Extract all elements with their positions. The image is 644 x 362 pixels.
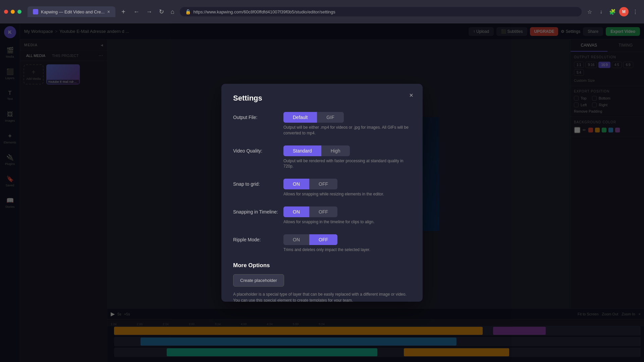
snapping-timeline-desc: Allows for snapping in the timeline for … [283,219,411,225]
nav-forward-btn[interactable]: → [144,7,154,17]
address-text: https://www.kapwing.com/60c8f00ffdfd4100… [194,9,335,14]
browser-chrome: Kapwing — Edit Video and Cre... × + ← → … [0,0,644,23]
lock-icon: 🔒 [185,9,191,14]
video-quality-desc: Output will be rendered with faster proc… [283,158,411,170]
output-file-label: Output File: [233,112,283,120]
settings-modal-title: Settings [233,94,411,103]
snapping-timeline-row: Snapping in Timeline: ON OFF Allows for … [233,206,411,225]
snapping-timeline-btn-group: ON OFF [283,206,411,217]
browser-tab[interactable]: Kapwing — Edit Video and Cre... × [28,6,115,17]
more-options-title: More Options [233,262,411,269]
ripple-mode-btn-group: ON OFF [283,234,411,245]
address-bar[interactable]: 🔒 https://www.kapwing.com/60c8f00ffdfd41… [180,7,582,16]
snapping-timeline-control: ON OFF Allows for snapping in the timeli… [283,206,411,225]
video-quality-control: Standard High Output will be rendered wi… [283,145,411,170]
tab-close-btn[interactable]: × [107,9,110,14]
video-quality-btn-group: Standard High [283,145,411,156]
window-minimize-btn[interactable] [11,10,15,14]
snapping-timeline-label: Snapping in Timeline: [233,206,283,215]
browser-action-buttons: ☆ ↓ 🧩 M ⋮ [585,7,640,16]
output-file-btn-group: Default GIF [283,112,411,123]
video-quality-label: Video Quality: [233,145,283,154]
user-avatar[interactable]: M [619,7,629,16]
nav-back-btn[interactable]: ← [131,7,142,17]
output-file-desc: Output will be either .mp4 for videos or… [283,125,411,136]
snap-off-btn[interactable]: OFF [309,179,337,189]
placeholder-desc: A placeholder is a special type of layer… [233,291,411,302]
snap-grid-row: Snap to grid: ON OFF Allows for snapping… [233,179,411,197]
extension-btn[interactable]: 🧩 [608,7,617,16]
window-close-btn[interactable] [4,10,8,14]
ripple-off-btn[interactable]: OFF [309,234,337,245]
browser-menu-btn[interactable]: ⋮ [631,7,640,16]
new-tab-btn[interactable]: + [119,7,128,17]
settings-modal: Settings × Output File: Default GIF Outp… [221,84,423,302]
quality-standard-btn[interactable]: Standard [283,145,321,156]
snapping-on-btn[interactable]: ON [283,206,309,217]
ripple-mode-control: ON OFF Trims and deletes only impact the… [283,234,411,253]
output-file-control: Default GIF Output will be either .mp4 f… [283,112,411,136]
snap-grid-btn-group: ON OFF [283,179,411,189]
ripple-on-btn[interactable]: ON [283,234,309,245]
ripple-mode-label: Ripple Mode: [233,234,283,242]
ripple-mode-desc: Trims and deletes only impact the select… [283,247,411,253]
ripple-mode-row: Ripple Mode: ON OFF Trims and deletes on… [233,234,411,253]
download-btn[interactable]: ↓ [596,7,606,16]
browser-nav-controls: ← → ↻ ⌂ [131,7,176,17]
modal-close-btn[interactable]: × [407,90,416,100]
quality-high-btn[interactable]: High [321,145,350,156]
output-gif-btn[interactable]: GIF [317,112,343,123]
snap-grid-control: ON OFF Allows for snapping while resizin… [283,179,411,197]
bookmark-btn[interactable]: ☆ [585,7,594,16]
modal-overlay: Settings × Output File: Default GIF Outp… [0,23,644,362]
snapping-off-btn[interactable]: OFF [309,206,337,217]
tab-title: Kapwing — Edit Video and Cre... [41,9,105,14]
snap-grid-label: Snap to grid: [233,179,283,187]
video-quality-row: Video Quality: Standard High Output will… [233,145,411,170]
snap-on-btn[interactable]: ON [283,179,309,189]
tab-favicon [33,9,38,14]
output-file-row: Output File: Default GIF Output will be … [233,112,411,136]
snap-grid-desc: Allows for snapping while resizing eleme… [283,191,411,197]
nav-home-btn[interactable]: ⌂ [169,7,176,17]
nav-refresh-btn[interactable]: ↻ [157,7,166,17]
output-default-btn[interactable]: Default [283,112,317,123]
create-placeholder-btn[interactable]: Create placeholder [233,274,284,287]
window-maximize-btn[interactable] [17,10,21,14]
